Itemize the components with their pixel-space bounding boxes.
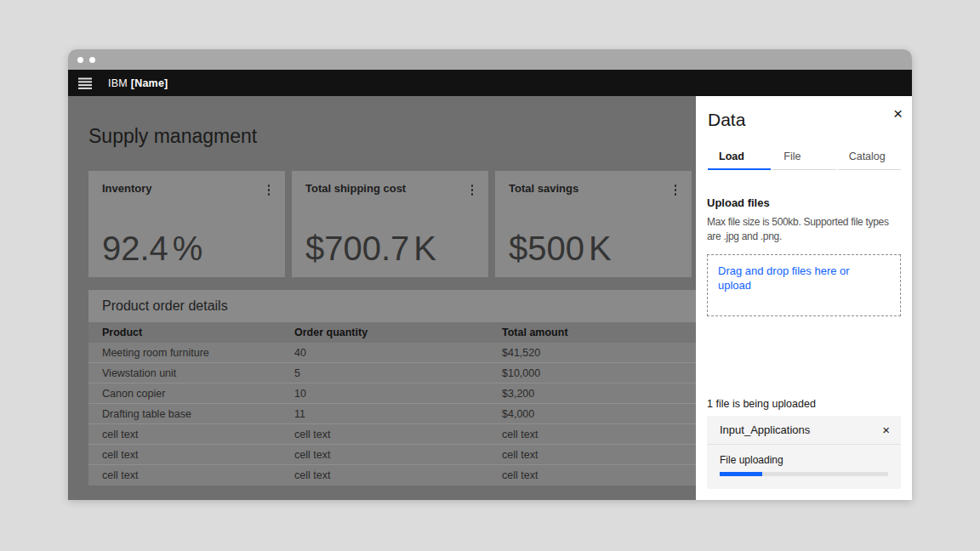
value-unit: K <box>589 230 612 267</box>
metric-cards: Inventory 92.4% Total shipping cost $700… <box>88 171 696 277</box>
table-row: cell text cell text cell text <box>88 424 696 445</box>
panel-tabs: Load File Catalog <box>708 145 901 170</box>
card-value: $700.7K <box>305 231 476 265</box>
overflow-menu-icon[interactable] <box>468 182 477 198</box>
table-row: cell text cell text cell text <box>88 445 696 465</box>
column-header-product: Product <box>102 327 294 338</box>
table-row: Viewstation unit 5 $10,000 <box>88 363 696 383</box>
panel-title: Data <box>708 109 901 131</box>
upload-progress-bar <box>720 472 888 476</box>
card-value: $500K <box>509 231 680 265</box>
page-title: Supply managment <box>88 124 696 148</box>
cell-amount: $10,000 <box>502 367 696 379</box>
cell-quantity: cell text <box>294 469 502 481</box>
brand-name: IBM <box>108 77 128 89</box>
file-item-body: File uploading <box>707 445 901 489</box>
value-number: 92.4 <box>102 230 168 267</box>
menu-button[interactable] <box>78 76 97 91</box>
card-value: 92.4% <box>102 231 273 265</box>
cell-quantity: cell text <box>294 449 502 461</box>
hamburger-icon <box>78 77 92 89</box>
tab-catalog[interactable]: Catalog <box>838 145 901 170</box>
tab-file[interactable]: File <box>772 145 835 170</box>
upload-status-section: 1 file is being uploaded Input_Applicati… <box>707 398 901 500</box>
file-item-header: Input_Applications × <box>707 416 901 445</box>
card-label: Total savings <box>509 182 578 195</box>
cell-amount: $41,520 <box>502 347 696 359</box>
content-area: Supply managment Inventory 92.4% Total s… <box>68 96 912 500</box>
column-header-total-amount: Total amount <box>502 327 696 338</box>
value-number: $700.7 <box>305 230 409 267</box>
cell-product: cell text <box>102 429 294 440</box>
cell-product: Viewstation unit <box>102 367 294 379</box>
window-dot <box>77 57 83 63</box>
table-row: Canon copier 10 $3,200 <box>88 383 696 404</box>
cell-quantity: 40 <box>294 347 502 359</box>
file-dropzone[interactable]: Drag and drop files here or upload <box>707 254 901 316</box>
desktop: { "header": { "brand": "IBM", "product":… <box>0 0 980 551</box>
table-row: cell text cell text cell text <box>88 465 696 486</box>
browser-window: IBM[Name] Supply managment Inventory 92.… <box>68 49 912 500</box>
close-icon[interactable]: × <box>893 105 903 122</box>
panel-body: Upload files Max file size is 500kb. Sup… <box>696 170 912 500</box>
cell-quantity: 5 <box>294 367 502 379</box>
overflow-menu-icon[interactable] <box>671 182 681 198</box>
cell-quantity: 11 <box>294 408 502 420</box>
drag-drop-upload-link[interactable]: Drag and drop files here or upload <box>718 264 871 293</box>
upload-files-heading: Upload files <box>707 196 901 209</box>
window-titlebar <box>68 49 912 70</box>
main-content: Supply managment Inventory 92.4% Total s… <box>68 96 696 500</box>
overflow-menu-icon[interactable] <box>265 182 274 198</box>
table-title: Product order details <box>88 290 696 322</box>
uploading-file-item: Input_Applications × File uploading <box>707 416 901 489</box>
card-label: Total shipping cost <box>305 182 406 195</box>
window-dot <box>89 57 95 63</box>
table-row: Meeting room furniture 40 $41,520 <box>88 343 696 363</box>
file-name: Input_Applications <box>720 423 810 436</box>
card-total-savings: Total savings $500K <box>495 171 692 277</box>
cell-product: Drafting table base <box>102 408 294 420</box>
cell-product: cell text <box>102 449 294 461</box>
table-row: Drafting table base 11 $4,000 <box>88 404 696 424</box>
cell-quantity: 10 <box>294 388 502 400</box>
cell-amount: cell text <box>502 449 696 461</box>
table-header-row: Product Order quantity Total amount <box>88 322 696 343</box>
cell-product: Meeting room furniture <box>102 347 294 359</box>
card-total-shipping-cost: Total shipping cost $700.7K <box>292 171 488 277</box>
cell-amount: $3,200 <box>502 388 696 400</box>
app-title: IBM[Name] <box>108 77 168 89</box>
cell-amount: cell text <box>502 429 696 440</box>
value-number: $500 <box>509 230 584 267</box>
upload-status-summary: 1 file is being uploaded <box>707 398 901 410</box>
data-panel: Data × Load File Catalog Upload files Ma… <box>696 96 912 500</box>
value-unit: % <box>173 230 203 267</box>
cell-product: Canon copier <box>102 388 294 400</box>
cell-amount: $4,000 <box>502 408 696 420</box>
product-order-table: Product order details Product Order quan… <box>88 290 696 486</box>
upload-description: Max file size is 500kb. Supported file t… <box>707 215 904 244</box>
cell-quantity: cell text <box>294 429 502 440</box>
card-inventory: Inventory 92.4% <box>88 171 285 277</box>
cancel-upload-icon[interactable]: × <box>882 423 890 436</box>
file-uploading-label: File uploading <box>720 454 888 466</box>
product-name: [Name] <box>131 77 168 89</box>
progress-fill <box>720 472 762 476</box>
cell-product: cell text <box>102 469 294 481</box>
cell-amount: cell text <box>502 469 696 481</box>
card-label: Inventory <box>102 182 152 195</box>
panel-header: Data × Load File Catalog <box>696 96 912 170</box>
tab-load[interactable]: Load <box>708 145 771 170</box>
value-unit: K <box>413 230 436 267</box>
column-header-order-quantity: Order quantity <box>294 327 502 338</box>
app-header: IBM[Name] <box>68 70 912 96</box>
